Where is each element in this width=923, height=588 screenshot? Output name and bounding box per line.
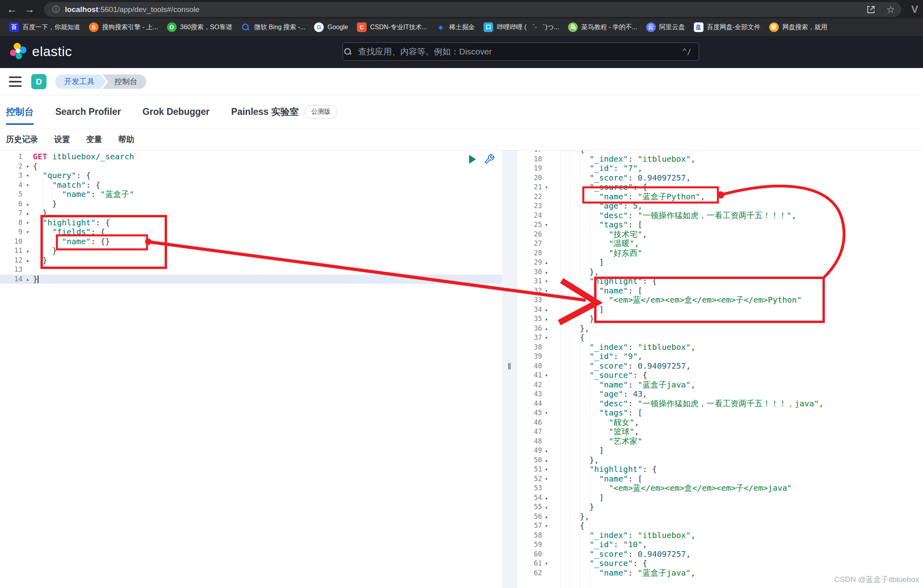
bookmark-item[interactable]: 鸟菜鸟教程 - 学的不...: [564, 20, 642, 34]
fold-toggle-icon[interactable]: ▾: [542, 465, 551, 474]
fold-toggle-icon[interactable]: ▾: [542, 286, 551, 296]
fold-toggle-icon[interactable]: ▾: [22, 218, 33, 228]
fold-toggle-icon[interactable]: ▴: [22, 275, 33, 284]
code-text: "_id": "9",: [551, 352, 923, 361]
fold-toggle-icon[interactable]: ▴: [22, 246, 33, 256]
pane-resizer[interactable]: ‖: [502, 151, 517, 588]
fold-toggle-icon[interactable]: ▾: [22, 171, 33, 181]
bookmark-label: 网盘搜索，就用: [782, 23, 827, 32]
fold-toggle-icon[interactable]: ▴: [542, 267, 551, 277]
send-request-button[interactable]: [469, 155, 476, 164]
fold-toggle-icon[interactable]: ▾: [542, 521, 551, 531]
fold-toggle-icon[interactable]: ▾: [542, 183, 551, 192]
fold-toggle-icon[interactable]: ▾: [542, 333, 551, 343]
fold-toggle-icon[interactable]: ▾: [542, 408, 551, 418]
line-number: 41: [517, 371, 542, 380]
fold-toggle-icon[interactable]: ▴: [22, 209, 33, 218]
bookmark-label: 阿里云盘: [659, 23, 685, 32]
line-number: 2: [0, 162, 22, 171]
editor-line-5[interactable]: 5 "name": "蓝盒子": [0, 190, 502, 199]
code-text: {: [551, 521, 923, 531]
editor-line-11[interactable]: 11▴ }: [0, 246, 502, 256]
fold-toggle-icon[interactable]: ▾: [22, 162, 33, 171]
fold-spacer: [22, 190, 33, 199]
menu-history[interactable]: 历史记录: [6, 134, 38, 145]
fold-toggle-icon[interactable]: ▴: [542, 493, 551, 503]
fold-toggle-icon[interactable]: ▾: [542, 371, 551, 380]
bookmark-item[interactable]: 百百度一下，你就知道: [5, 20, 85, 34]
fold-toggle-icon[interactable]: ▾: [542, 220, 551, 230]
editor-line-1[interactable]: 1GET itbluebox/_search: [0, 152, 502, 162]
editor-line-2[interactable]: 2▾{: [0, 162, 502, 171]
bookmark-item[interactable]: 微软 Bing 搜索 -...: [236, 20, 310, 34]
editor-line-8[interactable]: 8▾ "highlight": {: [0, 218, 502, 228]
resizer-handle-icon[interactable]: ‖: [508, 361, 511, 372]
fold-toggle-icon[interactable]: ▴: [542, 456, 551, 465]
fold-toggle-icon[interactable]: ▴: [542, 324, 551, 333]
fold-toggle-icon[interactable]: ▴: [542, 446, 551, 456]
code-text: "_score": 0.94097257,: [551, 173, 923, 183]
editor-line-14[interactable]: 14▴}: [0, 275, 502, 284]
fold-toggle-icon[interactable]: ▾: [542, 277, 551, 286]
code-text: "age": 43,: [551, 389, 923, 399]
global-search-input[interactable]: 查找应用、内容等。例如：Discover ^/: [343, 42, 699, 61]
code-text: },: [33, 209, 502, 218]
fold-toggle-icon[interactable]: ▴: [22, 256, 33, 265]
fold-spacer: [542, 484, 551, 493]
menu-variables[interactable]: 变量: [86, 134, 102, 145]
breadcrumb-dev-tools[interactable]: 开发工具: [55, 74, 107, 89]
fold-toggle-icon[interactable]: ▾: [542, 474, 551, 484]
tab-console[interactable]: 控制台: [6, 95, 34, 128]
bookmark-item[interactable]: 云阿里云盘: [642, 20, 689, 34]
tab-painless-lab[interactable]: Painless 实验室公测版: [231, 95, 337, 128]
fold-toggle-icon[interactable]: ▾: [22, 181, 33, 190]
fold-toggle-icon[interactable]: ▾: [542, 559, 551, 568]
profile-avatar[interactable]: V: [911, 3, 918, 16]
fold-toggle-icon[interactable]: ▴: [542, 502, 551, 512]
menu-help[interactable]: 帮助: [118, 134, 134, 145]
editor-line-3[interactable]: 3▾ "query": {: [0, 171, 502, 181]
editor-pane[interactable]: 1GET itbluebox/_search2▾{3▾ "query": {4▾…: [0, 151, 502, 588]
bookmark-item[interactable]: GGoogle: [310, 20, 353, 34]
editor-line-6[interactable]: 6▴ }: [0, 199, 502, 209]
bookmark-item[interactable]: O360搜索，SO靠谱: [163, 20, 237, 34]
space-badge[interactable]: D: [31, 74, 46, 89]
share-icon[interactable]: [866, 5, 876, 14]
bookmark-star-icon[interactable]: ☆: [886, 4, 895, 15]
editor-line-13[interactable]: 13: [0, 265, 502, 275]
forward-icon[interactable]: →: [22, 0, 38, 18]
bookmark-item[interactable]: 口哔哩哔哩 ( ゜- ゜)つ...: [479, 20, 564, 34]
fold-toggle-icon[interactable]: ▾: [22, 227, 33, 237]
editor-line-12[interactable]: 12▴ }: [0, 256, 502, 265]
bookmark-item[interactable]: 盘百度网盘-全部文件: [689, 20, 765, 34]
fold-toggle-icon[interactable]: ▴: [542, 305, 551, 315]
address-bar[interactable]: ⓘ localhost:5601/app/dev_tools#/console …: [44, 2, 901, 17]
bookmark-item[interactable]: CCSDN-专业IT技术...: [353, 20, 431, 34]
fold-toggle-icon[interactable]: ▴: [542, 314, 551, 324]
editor-line-10[interactable]: 10 "name": {}: [0, 237, 502, 247]
menu-icon[interactable]: [9, 76, 22, 87]
line-number: 10: [0, 237, 22, 247]
tab-grok-debugger[interactable]: Grok Debugger: [143, 95, 210, 128]
bookmark-item[interactable]: S搜狗搜索引擎 - 上...: [85, 20, 163, 34]
fold-spacer: [542, 230, 551, 239]
code-text: },: [551, 456, 923, 465]
editor-line-9[interactable]: 9▾ "fields": {: [0, 227, 502, 237]
fold-toggle-icon[interactable]: ▴: [542, 512, 551, 522]
code-text: "_score": 0.94097257,: [551, 361, 923, 371]
bookmark-item[interactable]: 猴网盘搜索，就用: [765, 20, 832, 34]
fold-toggle-icon[interactable]: ▴: [542, 258, 551, 267]
elastic-logo[interactable]: elastic: [10, 42, 72, 60]
bookmark-item[interactable]: ◆稀土掘金: [431, 20, 479, 34]
editor-line-4[interactable]: 4▾ "match": {: [0, 181, 502, 190]
code-text: {: [551, 333, 923, 343]
editor-line-7[interactable]: 7▴ },: [0, 209, 502, 218]
wrench-icon[interactable]: [484, 154, 495, 165]
tab-search-profiler[interactable]: Search Profiler: [55, 95, 121, 128]
site-info-icon[interactable]: ⓘ: [52, 4, 60, 15]
menu-settings[interactable]: 设置: [54, 134, 70, 145]
line-number: 57: [517, 521, 542, 531]
back-icon[interactable]: ←: [4, 0, 20, 18]
fold-spacer: [542, 389, 551, 399]
fold-toggle-icon[interactable]: ▴: [22, 199, 33, 209]
